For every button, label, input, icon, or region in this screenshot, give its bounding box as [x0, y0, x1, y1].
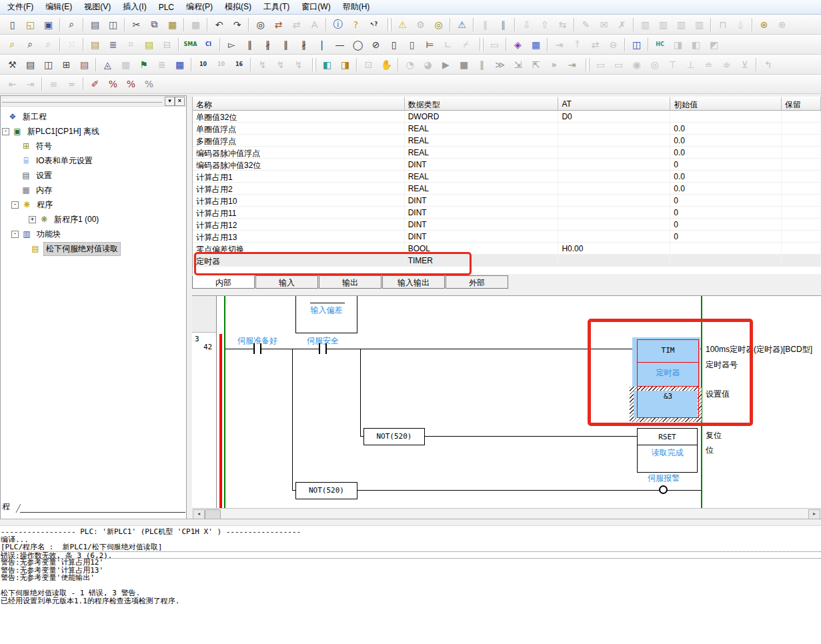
contact1-right-bar[interactable] [260, 343, 261, 354]
line-delete-icon[interactable]: ⌿ [458, 37, 474, 53]
tree-item-function-blocks[interactable]: -▥功能块 [1, 227, 186, 241]
variable-tab-输出[interactable]: 输出 [319, 275, 381, 289]
goto-next-output-icon[interactable]: % [123, 76, 139, 92]
workspace-tab-label[interactable]: 程 [2, 501, 10, 513]
table-row[interactable]: 多圈值浮点REAL0.0 [193, 135, 821, 147]
variable-tab-外部[interactable]: 外部 [446, 275, 508, 289]
save-icon[interactable]: ▣ [40, 17, 57, 33]
monitor-data-icon[interactable]: ▥ [691, 17, 708, 33]
ci-instruction-icon[interactable]: CI [200, 37, 217, 53]
tree-item-plc-node[interactable]: -▣新PLC1[CP1H] 离线 [1, 124, 186, 139]
fb-definition-icon[interactable]: ▦ [528, 37, 544, 53]
not-instruction-2[interactable]: NOT(520) [295, 482, 357, 499]
find-icon[interactable]: ◎ [252, 17, 269, 33]
new-closed-contact-icon[interactable]: ∦ [259, 37, 276, 53]
return-icon[interactable]: ↰ [760, 57, 776, 73]
sim-step-icon[interactable]: ≫ [492, 57, 508, 73]
panel-menu-button[interactable]: ▾ [165, 97, 175, 106]
monitor-icon[interactable]: ▥ [637, 17, 654, 33]
goto-previous-jump-icon[interactable]: % [141, 76, 157, 92]
ladder-hscrollbar[interactable]: ◂ ▸ [192, 508, 821, 519]
help-icon[interactable]: ? [347, 17, 364, 33]
check-program-icon[interactable]: ◬ [99, 57, 116, 73]
sim-run-icon[interactable]: ▶ [438, 57, 454, 73]
open-icon[interactable]: ◱ [22, 17, 39, 33]
fb-param-delete-icon[interactable]: ⊖ [605, 37, 622, 53]
io-table-unit-setup-icon[interactable]: ⚑ [135, 57, 152, 73]
find-next-icon[interactable]: ⇄ [288, 17, 305, 33]
hc-monitor-icon[interactable]: HC [652, 37, 668, 53]
tree-item-fb-panasonic-servo[interactable]: ▤松下伺服绝对值读取 [1, 241, 186, 256]
contact1-left-bar[interactable] [253, 343, 255, 354]
table-row[interactable]: 零点偏差切换BOOLH0.00 [193, 243, 821, 255]
table-row[interactable]: 计算占用12DINT0 [193, 219, 821, 231]
insert-row-icon[interactable]: ≐ [700, 57, 717, 73]
tree-item-settings[interactable]: ▤设置 [1, 168, 186, 183]
transfer-to-plc-icon[interactable]: ⇩ [518, 17, 535, 33]
tree-item-project-root[interactable]: ❖新工程 [1, 109, 186, 124]
tree-item-io-table-unit-setup[interactable]: ⌹IO表和单元设置 [1, 153, 186, 168]
new-pb-instruction-icon[interactable]: ▯ [403, 37, 420, 53]
insert-rung-below-icon[interactable]: ⊥ [682, 57, 699, 73]
tree-item-program-1[interactable]: +❋新程序1 (00) [1, 212, 186, 227]
output-line[interactable]: 警告:无参考变量'计算占用13' [1, 567, 821, 575]
context-help-icon[interactable]: ↖? [365, 17, 382, 33]
insert-rung-above-icon[interactable]: ⊤ [664, 57, 681, 73]
online-edit-icon[interactable]: ✎ [578, 17, 594, 33]
next-reference-icon[interactable]: ⇤ [4, 76, 21, 92]
sim-stop-icon[interactable]: ■ [456, 57, 472, 73]
toggle-project-workspace-icon[interactable]: ⚒ [4, 57, 21, 73]
menu-item-0[interactable]: 文件(F) [1, 0, 39, 14]
compile-all-icon[interactable]: ⚙ [412, 17, 429, 33]
tree-item-memory[interactable]: ▦内存 [1, 183, 186, 197]
copy-icon[interactable]: ⧉ [146, 17, 163, 33]
line-connect-icon[interactable]: ∟ [440, 37, 456, 53]
table-row[interactable]: 计算占用11DINT0 [193, 207, 821, 219]
address-reference-pen-icon[interactable]: ✐ [87, 76, 103, 92]
tree-expand-toggle[interactable]: - [2, 128, 9, 135]
menu-item-4[interactable]: PLC [153, 1, 180, 13]
tree-item-symbols[interactable]: ⊞符号 [1, 139, 186, 153]
variable-tab-内部[interactable]: 内部 [192, 275, 255, 289]
monitor-hex-icon[interactable]: 16 [231, 57, 247, 73]
send-online-edit-icon[interactable]: ✉ [596, 17, 612, 33]
paste-icon[interactable]: ▦ [164, 17, 181, 33]
show-symbol-bar-icon[interactable]: ▤ [141, 37, 157, 53]
new-or-contact-icon[interactable]: ∥ [277, 37, 294, 53]
menu-item-8[interactable]: 窗口(W) [295, 0, 336, 14]
column-header-0[interactable]: 名称 [193, 97, 405, 110]
output-line[interactable]: 警告:无参考变量'计算占用12' [1, 559, 821, 567]
show-section-list-icon[interactable]: ⊟ [159, 37, 175, 53]
monitor-signed-decimal-icon[interactable]: 10 [213, 57, 229, 73]
sync-simulator-icon[interactable]: ◨ [337, 57, 353, 73]
not-instruction-1[interactable]: NOT(520) [363, 428, 425, 445]
show-comments-icon[interactable]: ▤ [87, 37, 103, 53]
hc-view-3-icon[interactable]: ◩ [706, 37, 722, 53]
pause-with-trigger-icon[interactable]: ▥ [673, 17, 690, 33]
menu-item-7[interactable]: 工具(T) [257, 0, 295, 14]
menu-item-2[interactable]: 视图(V) [78, 0, 117, 14]
sim-run-to-cursor-icon[interactable]: ⇥ [564, 57, 580, 73]
monitor-sampling-icon[interactable]: ▥ [655, 17, 672, 33]
plc-settings-icon[interactable]: ≣ [153, 57, 170, 73]
table-row[interactable]: 编码器脉冲值32位DINT0 [193, 159, 821, 171]
column-header-3[interactable]: 初始值 [670, 97, 782, 110]
column-header-1[interactable]: 数据类型 [405, 97, 559, 110]
sim-continuous-step-icon[interactable]: » [546, 57, 562, 73]
menu-item-3[interactable]: 插入(I) [117, 0, 152, 14]
zoom-out-icon[interactable]: ⌕ [40, 37, 57, 53]
set-password-icon[interactable]: ⊛ [756, 17, 772, 33]
variable-tab-输入输出[interactable]: 输入输出 [382, 275, 445, 289]
menu-item-9[interactable]: 帮助(H) [337, 0, 376, 14]
print-preview-icon[interactable]: ◫ [105, 17, 121, 33]
output-coil[interactable] [659, 485, 668, 494]
tree-expand-toggle[interactable]: + [29, 216, 36, 223]
redo-icon[interactable]: ↷ [229, 17, 245, 33]
compile-icon[interactable]: ⚠ [394, 17, 411, 33]
table-row[interactable]: 计算占用10DINT0 [193, 195, 821, 207]
output-line[interactable]: 松下伺服绝对值读取 - 1 错误, 3 警告. [1, 589, 821, 597]
variable-tab-输入[interactable]: 输入 [255, 275, 318, 289]
replace-icon[interactable]: ⇄ [270, 17, 287, 33]
fb-param-output-icon[interactable]: ⤒ [569, 37, 586, 53]
compare-with-plc-icon[interactable]: ⇆ [554, 17, 571, 33]
